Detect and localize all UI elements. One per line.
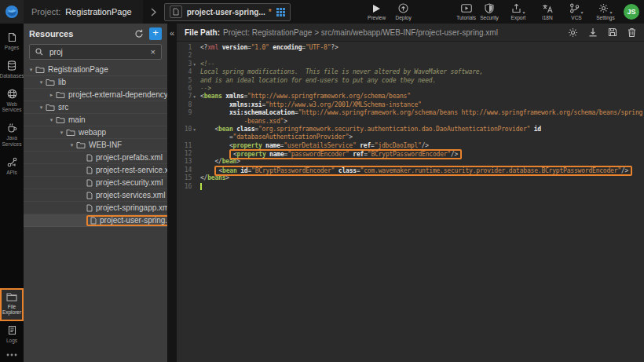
toolbar-left: PreviewDeployTutorials (291, 3, 478, 20)
refresh-icon[interactable] (134, 29, 144, 38)
sidebar-item-java-services[interactable]: Java Services (0, 119, 24, 153)
wavemaker-logo[interactable] (0, 0, 24, 24)
tree-item[interactable]: project-rest-service.xml (24, 164, 167, 177)
project-breadcrumb[interactable]: Project: RegistrationPage (24, 0, 143, 24)
file-icon (90, 217, 97, 225)
clear-search-icon[interactable]: × (151, 47, 156, 57)
gutter: 5 (177, 77, 197, 85)
code-token: class (335, 167, 357, 174)
code-line[interactable]: ="databaseAuthenticationProvider"> (177, 133, 644, 141)
panel-collapse-handle[interactable]: « (167, 24, 177, 362)
code-token: version (218, 44, 247, 51)
code-line[interactable]: 6--> (177, 85, 644, 93)
sidebar-item-label: Databases (0, 73, 24, 79)
toolbar-button-security[interactable]: Security (478, 3, 500, 20)
file-tree: ▾RegistrationPage▾lib▸project-external-d… (24, 64, 167, 362)
tree-item[interactable]: project-services.xml (24, 189, 167, 202)
chevron-down-icon[interactable]: ▾ (37, 79, 46, 86)
tree-item[interactable]: project-prefabs.xml (24, 152, 167, 164)
shield-icon (485, 3, 494, 13)
sidebar-item-web-services[interactable]: Web Services (0, 85, 24, 119)
tree-item[interactable]: ▾RegistrationPage (24, 64, 167, 76)
trash-icon[interactable] (628, 27, 636, 38)
code-line[interactable]: 15</beans> (177, 174, 644, 182)
tree-item-label: project-security.xml (96, 178, 163, 187)
code-line[interactable]: 2 (177, 52, 644, 60)
toolbar-button-preview[interactable]: Preview (366, 3, 388, 20)
code-token: property (237, 151, 266, 158)
code-line[interactable]: 16 (177, 183, 644, 191)
open-file-tab[interactable]: project-user-spring... * (164, 3, 291, 21)
code-line[interactable]: -beans.xsd"> (177, 118, 644, 126)
toolbar-button-vcs[interactable]: ▾VCS (565, 3, 587, 20)
save-icon[interactable] (608, 27, 617, 37)
chevron-down-icon[interactable]: ▾ (68, 142, 76, 148)
tree-item[interactable]: ▾src (24, 101, 167, 114)
code-line[interactable]: 10▾ <bean class="org.springframework.sec… (177, 126, 644, 133)
toolbar-button-i18n[interactable]: i18N (536, 3, 558, 20)
tree-item-label: project-springapp.xml (96, 203, 167, 212)
more-icon (6, 353, 17, 357)
code-line[interactable]: 9 xsi:schemaLocation="http://www.springf… (177, 109, 644, 117)
tree-item[interactable]: project-springapp.xml (24, 202, 167, 214)
code-line[interactable]: 14 <bean id="BCryptPasswordEncoder" clas… (177, 166, 644, 174)
tree-item[interactable]: project-user-spring.xml (24, 214, 167, 227)
toolbar-right: Security▾Exporti18N▾VCS▾SettingsJS (478, 0, 639, 24)
sidebar-item-more[interactable] (0, 349, 24, 362)
toolbar-button-deploy[interactable]: Deploy (393, 3, 415, 20)
code-line[interactable]: 12 <property name="passwordEncoder" ref=… (177, 150, 644, 158)
code-line[interactable]: 4Local spring modifications. This file i… (177, 68, 644, 76)
code-token: --> (200, 85, 211, 92)
chevron-down-icon[interactable]: ▾ (57, 130, 66, 136)
search-input[interactable] (48, 47, 146, 57)
web-services-icon (7, 89, 17, 99)
sidebar-item-apis[interactable]: APIs (0, 153, 24, 181)
code-token: xml (207, 44, 218, 51)
toolbar-button-label: Tutorials (456, 15, 476, 20)
line-number: 12 (185, 150, 192, 158)
code-line[interactable]: 8 xmlns:xsi="http://www.w3.org/2001/XMLS… (177, 101, 644, 109)
chevron-down-icon[interactable]: ▾ (27, 67, 35, 73)
toolbar-button-tutorials[interactable]: Tutorials (456, 3, 478, 20)
code-editor[interactable]: 1<?xml version="1.0" encoding="UTF-8"?>2… (177, 42, 644, 362)
gutter: 11 (177, 142, 197, 150)
toolbar-button-settings[interactable]: ▾Settings (595, 3, 617, 20)
code-line-content (197, 183, 644, 191)
annotation-highlight-box: <property name="passwordEncoder" ref="BC… (229, 149, 462, 159)
chevron-down-icon[interactable]: ▾ (37, 104, 46, 111)
code-line[interactable]: 3▾<!-- (177, 60, 644, 68)
tree-item[interactable]: ▾WEB-INF (24, 139, 167, 152)
gutter: 13 (177, 158, 197, 166)
grid-icon[interactable] (276, 8, 285, 16)
sidebar-item-logs[interactable]: Logs (0, 321, 24, 349)
fold-arrow-icon[interactable]: ▾ (192, 126, 197, 133)
user-avatar[interactable]: JS (624, 4, 639, 20)
gutter: 1 (177, 44, 197, 52)
sidebar-item-file-explorer[interactable]: File Explorer (0, 288, 24, 322)
gear-icon[interactable] (568, 27, 578, 38)
tree-item[interactable]: project-security.xml (24, 177, 167, 189)
tree-item[interactable]: ▾lib (24, 76, 167, 89)
fold-arrow-icon[interactable]: ▾ (192, 93, 197, 101)
file-icon (86, 166, 93, 174)
code-line[interactable]: 7▾<beans xmlns="http://www.springframewo… (177, 93, 644, 101)
code-line-content: </beans> (197, 174, 644, 182)
code-line[interactable]: 5and is an ideal location for end-users … (177, 77, 644, 85)
code-line[interactable]: 1<?xml version="1.0" encoding="UTF-8"?> (177, 44, 644, 52)
toolbar-button-export[interactable]: ▾Export (507, 3, 529, 20)
chevron-right-icon[interactable]: ▸ (47, 92, 56, 98)
collapse-left-icon[interactable]: « (170, 28, 174, 362)
tree-item[interactable]: ▾webapp (24, 126, 167, 139)
resource-search[interactable]: × (29, 44, 162, 60)
tree-item[interactable]: ▾main (24, 114, 167, 126)
tree-item[interactable]: ▸project-external-dependency-jars (24, 89, 167, 101)
sidebar-item-databases[interactable]: Databases (0, 57, 24, 85)
fold-arrow-icon[interactable]: ▾ (192, 60, 197, 68)
sidebar-item-pages[interactable]: Pages (0, 28, 24, 57)
download-icon[interactable] (588, 27, 598, 37)
folder-icon (46, 104, 55, 112)
add-resource-button[interactable]: + (149, 27, 162, 40)
code-token: /> (451, 151, 458, 158)
gutter: 10▾ (177, 126, 197, 133)
chevron-down-icon[interactable]: ▾ (47, 117, 56, 123)
